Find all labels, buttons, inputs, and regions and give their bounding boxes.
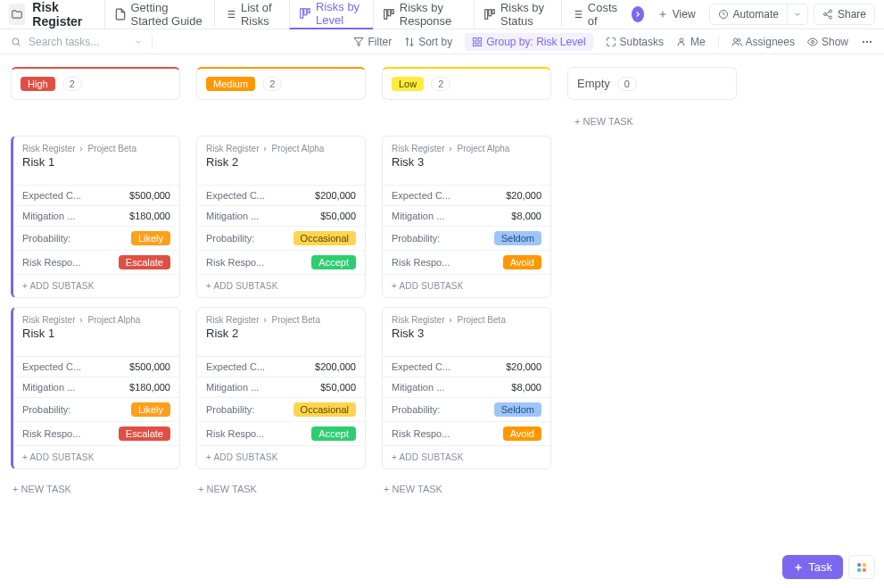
add-view-button[interactable]: View	[649, 4, 704, 24]
doc-icon	[114, 8, 127, 21]
field-response[interactable]: Risk Respo... Escalate	[13, 421, 179, 445]
show-button[interactable]: Show	[807, 36, 848, 48]
field-probability[interactable]: Probability: Occasional	[197, 226, 365, 250]
search-box[interactable]	[11, 35, 143, 49]
tab-risks-by-level[interactable]: Risks by Level	[289, 0, 373, 29]
add-subtask-button[interactable]: + ADD SUBTASK	[383, 445, 550, 468]
chevron-down-icon[interactable]	[134, 37, 143, 46]
eye-icon	[807, 37, 818, 47]
field-mitigation[interactable]: Mitigation ... $8,000	[383, 205, 550, 226]
field-response[interactable]: Risk Respo... Accept	[197, 250, 365, 274]
column-high: High 2 Risk Register Project Beta Risk 1…	[11, 67, 180, 498]
field-expected-cost[interactable]: Expected C... $200,000	[197, 185, 365, 205]
svg-rect-34	[474, 43, 477, 46]
share-button[interactable]: Share	[814, 4, 875, 25]
group-by-button[interactable]: Group by: Risk Level	[465, 33, 592, 51]
field-mitigation[interactable]: Mitigation ... $50,000	[197, 377, 365, 397]
field-expected-cost[interactable]: Expected C... $20,000	[383, 185, 550, 205]
svg-point-39	[811, 40, 814, 43]
sort-button[interactable]: Sort by	[404, 36, 452, 48]
column-header[interactable]: Medium 2	[196, 67, 366, 100]
response-tag: Avoid	[503, 427, 541, 441]
task-card[interactable]: Risk Register Project Alpha Risk 1 Expec…	[11, 307, 180, 469]
tab-costs-of[interactable]: Costs of	[561, 0, 626, 29]
field-response[interactable]: Risk Respo... Accept	[197, 421, 365, 445]
breadcrumb: Risk Register Project Beta	[392, 315, 541, 325]
field-mitigation[interactable]: Mitigation ... $180,000	[13, 205, 179, 226]
automate-button[interactable]: Automate	[709, 4, 788, 25]
tabs-scroll-right[interactable]	[632, 6, 644, 22]
level-chip: High	[21, 77, 55, 91]
breadcrumb: Risk Register Project Beta	[22, 144, 170, 153]
view-toolbar: Filter Sort by Group by: Risk Level Subt…	[0, 29, 884, 54]
add-subtask-button[interactable]: + ADD SUBTASK	[197, 445, 365, 468]
svg-rect-46	[863, 563, 866, 567]
svg-rect-10	[388, 10, 391, 16]
card-title: Risk 1	[22, 327, 170, 340]
column-header[interactable]: Low 2	[382, 67, 551, 100]
count-badge: 2	[62, 77, 82, 91]
new-task-button[interactable]: + NEW TASK	[196, 480, 366, 498]
field-probability[interactable]: Probability: Occasional	[197, 397, 365, 421]
response-tag: Escalate	[119, 255, 170, 269]
field-probability[interactable]: Probability: Seldom	[383, 226, 550, 250]
svg-point-36	[680, 38, 683, 42]
field-mitigation[interactable]: Mitigation ... $8,000	[383, 377, 550, 397]
tab-risks-by-status[interactable]: Risks by Status	[474, 0, 561, 29]
svg-rect-47	[857, 568, 861, 572]
new-task-button[interactable]: + NEW TASK	[567, 116, 737, 127]
filter-button[interactable]: Filter	[353, 36, 392, 48]
field-probability[interactable]: Probability: Likely	[13, 226, 179, 250]
count-badge: 0	[617, 77, 637, 91]
field-expected-cost[interactable]: Expected C... $20,000	[383, 356, 550, 377]
field-expected-cost[interactable]: Expected C... $200,000	[197, 356, 365, 377]
add-subtask-button[interactable]: + ADD SUBTASK	[383, 274, 550, 297]
field-probability[interactable]: Probability: Seldom	[383, 397, 550, 421]
add-subtask-button[interactable]: + ADD SUBTASK	[13, 274, 179, 297]
chevron-right-icon	[261, 317, 269, 324]
field-response[interactable]: Risk Respo... Avoid	[383, 250, 550, 274]
more-icon[interactable]	[861, 36, 873, 48]
task-card[interactable]: Risk Register Project Alpha Risk 3 Expec…	[382, 136, 551, 298]
column-medium: Medium 2 Risk Register Project Alpha Ris…	[196, 67, 366, 498]
view-label: View	[673, 8, 696, 21]
apps-fab[interactable]	[848, 555, 875, 579]
field-mitigation[interactable]: Mitigation ... $50,000	[197, 205, 365, 226]
field-expected-cost[interactable]: Expected C... $500,000	[13, 185, 179, 205]
svg-rect-8	[308, 9, 310, 13]
new-task-button[interactable]: + NEW TASK	[382, 480, 551, 498]
create-task-fab[interactable]: Task	[782, 555, 843, 579]
svg-rect-45	[857, 563, 861, 567]
tab-label: Getting Started Guide	[131, 1, 205, 28]
assignees-button[interactable]: Assignees	[731, 36, 795, 48]
svg-rect-6	[301, 9, 303, 19]
field-probability[interactable]: Probability: Likely	[13, 397, 179, 421]
svg-point-41	[866, 40, 868, 42]
field-mitigation[interactable]: Mitigation ... $180,000	[13, 377, 179, 397]
folder-icon[interactable]	[9, 4, 25, 25]
add-subtask-button[interactable]: + ADD SUBTASK	[13, 445, 179, 468]
column-header[interactable]: High 2	[11, 67, 180, 100]
column-header-empty[interactable]: Empty 0	[567, 67, 737, 100]
task-card[interactable]: Risk Register Project Beta Risk 3 Expect…	[382, 307, 551, 469]
automate-dropdown[interactable]	[788, 4, 808, 25]
search-input[interactable]	[27, 35, 125, 49]
tab-getting-started-guide[interactable]: Getting Started Guide	[104, 0, 214, 29]
response-tag: Accept	[311, 427, 356, 441]
task-card[interactable]: Risk Register Project Beta Risk 2 Expect…	[196, 307, 366, 469]
tab-list-of-risks[interactable]: List of Risks	[214, 0, 289, 29]
breadcrumb: Risk Register Project Beta	[206, 315, 356, 325]
field-expected-cost[interactable]: Expected C... $500,000	[13, 356, 179, 377]
field-response[interactable]: Risk Respo... Escalate	[13, 250, 179, 274]
me-button[interactable]: Me	[676, 36, 706, 48]
tab-risks-by-response[interactable]: Risks by Response	[373, 0, 474, 29]
new-task-button[interactable]: + NEW TASK	[11, 480, 180, 498]
response-tag: Avoid	[503, 255, 541, 269]
task-card[interactable]: Risk Register Project Beta Risk 1 Expect…	[11, 136, 180, 298]
card-title: Risk 2	[206, 155, 356, 169]
task-card[interactable]: Risk Register Project Alpha Risk 2 Expec…	[196, 136, 366, 298]
add-subtask-button[interactable]: + ADD SUBTASK	[197, 274, 365, 297]
field-response[interactable]: Risk Respo... Avoid	[383, 421, 550, 445]
subtasks-button[interactable]: Subtasks	[606, 36, 664, 48]
chevron-right-icon	[78, 145, 85, 153]
